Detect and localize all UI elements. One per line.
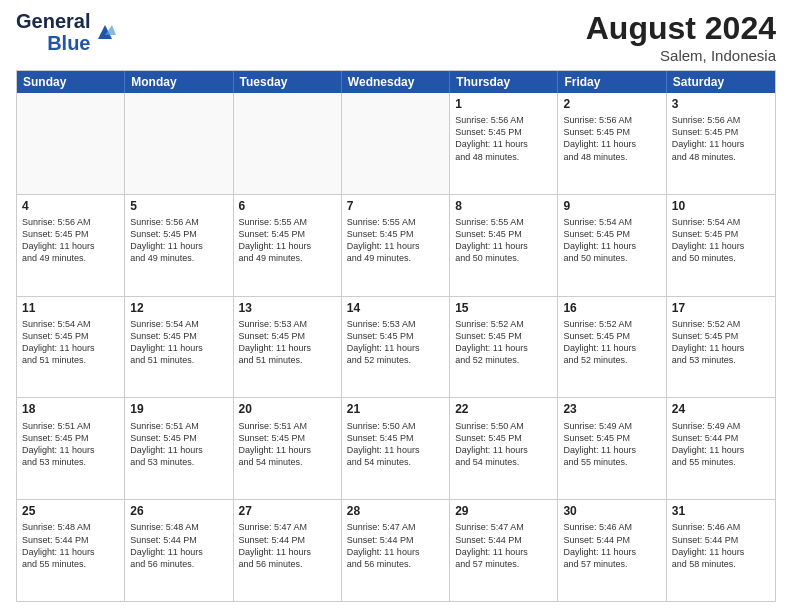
calendar-cell-0-3 [342,93,450,194]
header-day-wednesday: Wednesday [342,71,450,93]
calendar-cell-3-1: 19Sunrise: 5:51 AM Sunset: 5:45 PM Dayli… [125,398,233,499]
logo-icon [94,21,116,43]
day-number: 25 [22,503,119,519]
calendar-cell-2-6: 17Sunrise: 5:52 AM Sunset: 5:45 PM Dayli… [667,297,775,398]
day-number: 29 [455,503,552,519]
cell-info: Sunrise: 5:54 AM Sunset: 5:45 PM Dayligh… [672,216,770,265]
cell-info: Sunrise: 5:50 AM Sunset: 5:45 PM Dayligh… [347,420,444,469]
calendar-cell-2-1: 12Sunrise: 5:54 AM Sunset: 5:45 PM Dayli… [125,297,233,398]
cell-info: Sunrise: 5:47 AM Sunset: 5:44 PM Dayligh… [455,521,552,570]
day-number: 27 [239,503,336,519]
calendar-cell-0-2 [234,93,342,194]
cell-info: Sunrise: 5:52 AM Sunset: 5:45 PM Dayligh… [455,318,552,367]
cell-info: Sunrise: 5:56 AM Sunset: 5:45 PM Dayligh… [22,216,119,265]
calendar: SundayMondayTuesdayWednesdayThursdayFrid… [16,70,776,602]
calendar-cell-1-4: 8Sunrise: 5:55 AM Sunset: 5:45 PM Daylig… [450,195,558,296]
day-number: 26 [130,503,227,519]
day-number: 10 [672,198,770,214]
calendar-header: SundayMondayTuesdayWednesdayThursdayFrid… [17,71,775,93]
cell-info: Sunrise: 5:51 AM Sunset: 5:45 PM Dayligh… [239,420,336,469]
cell-info: Sunrise: 5:55 AM Sunset: 5:45 PM Dayligh… [347,216,444,265]
calendar-cell-2-5: 16Sunrise: 5:52 AM Sunset: 5:45 PM Dayli… [558,297,666,398]
calendar-cell-4-5: 30Sunrise: 5:46 AM Sunset: 5:44 PM Dayli… [558,500,666,601]
calendar-row-1: 4Sunrise: 5:56 AM Sunset: 5:45 PM Daylig… [17,194,775,296]
cell-info: Sunrise: 5:53 AM Sunset: 5:45 PM Dayligh… [347,318,444,367]
calendar-cell-1-5: 9Sunrise: 5:54 AM Sunset: 5:45 PM Daylig… [558,195,666,296]
calendar-cell-3-4: 22Sunrise: 5:50 AM Sunset: 5:45 PM Dayli… [450,398,558,499]
calendar-cell-3-3: 21Sunrise: 5:50 AM Sunset: 5:45 PM Dayli… [342,398,450,499]
cell-info: Sunrise: 5:48 AM Sunset: 5:44 PM Dayligh… [130,521,227,570]
day-number: 21 [347,401,444,417]
cell-info: Sunrise: 5:49 AM Sunset: 5:44 PM Dayligh… [672,420,770,469]
day-number: 4 [22,198,119,214]
cell-info: Sunrise: 5:56 AM Sunset: 5:45 PM Dayligh… [563,114,660,163]
cell-info: Sunrise: 5:51 AM Sunset: 5:45 PM Dayligh… [22,420,119,469]
month-title: August 2024 [586,10,776,47]
calendar-cell-0-1 [125,93,233,194]
calendar-cell-2-0: 11Sunrise: 5:54 AM Sunset: 5:45 PM Dayli… [17,297,125,398]
calendar-cell-0-5: 2Sunrise: 5:56 AM Sunset: 5:45 PM Daylig… [558,93,666,194]
calendar-cell-3-0: 18Sunrise: 5:51 AM Sunset: 5:45 PM Dayli… [17,398,125,499]
day-number: 28 [347,503,444,519]
logo-general: General [16,10,90,32]
calendar-body: 1Sunrise: 5:56 AM Sunset: 5:45 PM Daylig… [17,93,775,601]
cell-info: Sunrise: 5:54 AM Sunset: 5:45 PM Dayligh… [22,318,119,367]
cell-info: Sunrise: 5:47 AM Sunset: 5:44 PM Dayligh… [347,521,444,570]
header-day-tuesday: Tuesday [234,71,342,93]
day-number: 5 [130,198,227,214]
day-number: 14 [347,300,444,316]
cell-info: Sunrise: 5:48 AM Sunset: 5:44 PM Dayligh… [22,521,119,570]
logo-blue: Blue [47,32,90,54]
calendar-cell-3-6: 24Sunrise: 5:49 AM Sunset: 5:44 PM Dayli… [667,398,775,499]
calendar-cell-3-2: 20Sunrise: 5:51 AM Sunset: 5:45 PM Dayli… [234,398,342,499]
cell-info: Sunrise: 5:55 AM Sunset: 5:45 PM Dayligh… [239,216,336,265]
calendar-cell-3-5: 23Sunrise: 5:49 AM Sunset: 5:45 PM Dayli… [558,398,666,499]
day-number: 7 [347,198,444,214]
calendar-cell-4-3: 28Sunrise: 5:47 AM Sunset: 5:44 PM Dayli… [342,500,450,601]
logo: General Blue [16,10,116,54]
day-number: 12 [130,300,227,316]
cell-info: Sunrise: 5:46 AM Sunset: 5:44 PM Dayligh… [672,521,770,570]
calendar-cell-2-3: 14Sunrise: 5:53 AM Sunset: 5:45 PM Dayli… [342,297,450,398]
day-number: 20 [239,401,336,417]
cell-info: Sunrise: 5:56 AM Sunset: 5:45 PM Dayligh… [672,114,770,163]
calendar-cell-0-0 [17,93,125,194]
day-number: 30 [563,503,660,519]
header-day-monday: Monday [125,71,233,93]
cell-info: Sunrise: 5:56 AM Sunset: 5:45 PM Dayligh… [130,216,227,265]
calendar-cell-4-4: 29Sunrise: 5:47 AM Sunset: 5:44 PM Dayli… [450,500,558,601]
title-block: August 2024 Salem, Indonesia [586,10,776,64]
day-number: 1 [455,96,552,112]
calendar-cell-4-2: 27Sunrise: 5:47 AM Sunset: 5:44 PM Dayli… [234,500,342,601]
calendar-cell-1-2: 6Sunrise: 5:55 AM Sunset: 5:45 PM Daylig… [234,195,342,296]
cell-info: Sunrise: 5:54 AM Sunset: 5:45 PM Dayligh… [130,318,227,367]
calendar-cell-1-1: 5Sunrise: 5:56 AM Sunset: 5:45 PM Daylig… [125,195,233,296]
day-number: 11 [22,300,119,316]
header-day-sunday: Sunday [17,71,125,93]
day-number: 23 [563,401,660,417]
day-number: 15 [455,300,552,316]
header-day-thursday: Thursday [450,71,558,93]
cell-info: Sunrise: 5:55 AM Sunset: 5:45 PM Dayligh… [455,216,552,265]
day-number: 17 [672,300,770,316]
calendar-cell-4-0: 25Sunrise: 5:48 AM Sunset: 5:44 PM Dayli… [17,500,125,601]
day-number: 16 [563,300,660,316]
day-number: 18 [22,401,119,417]
cell-info: Sunrise: 5:51 AM Sunset: 5:45 PM Dayligh… [130,420,227,469]
calendar-cell-0-4: 1Sunrise: 5:56 AM Sunset: 5:45 PM Daylig… [450,93,558,194]
calendar-row-3: 18Sunrise: 5:51 AM Sunset: 5:45 PM Dayli… [17,397,775,499]
calendar-cell-2-2: 13Sunrise: 5:53 AM Sunset: 5:45 PM Dayli… [234,297,342,398]
cell-info: Sunrise: 5:53 AM Sunset: 5:45 PM Dayligh… [239,318,336,367]
day-number: 31 [672,503,770,519]
cell-info: Sunrise: 5:52 AM Sunset: 5:45 PM Dayligh… [672,318,770,367]
cell-info: Sunrise: 5:52 AM Sunset: 5:45 PM Dayligh… [563,318,660,367]
cell-info: Sunrise: 5:47 AM Sunset: 5:44 PM Dayligh… [239,521,336,570]
day-number: 19 [130,401,227,417]
calendar-cell-1-0: 4Sunrise: 5:56 AM Sunset: 5:45 PM Daylig… [17,195,125,296]
page: General Blue August 2024 Salem, Indonesi… [0,0,792,612]
location: Salem, Indonesia [586,47,776,64]
calendar-cell-4-1: 26Sunrise: 5:48 AM Sunset: 5:44 PM Dayli… [125,500,233,601]
header-day-friday: Friday [558,71,666,93]
header-day-saturday: Saturday [667,71,775,93]
cell-info: Sunrise: 5:56 AM Sunset: 5:45 PM Dayligh… [455,114,552,163]
